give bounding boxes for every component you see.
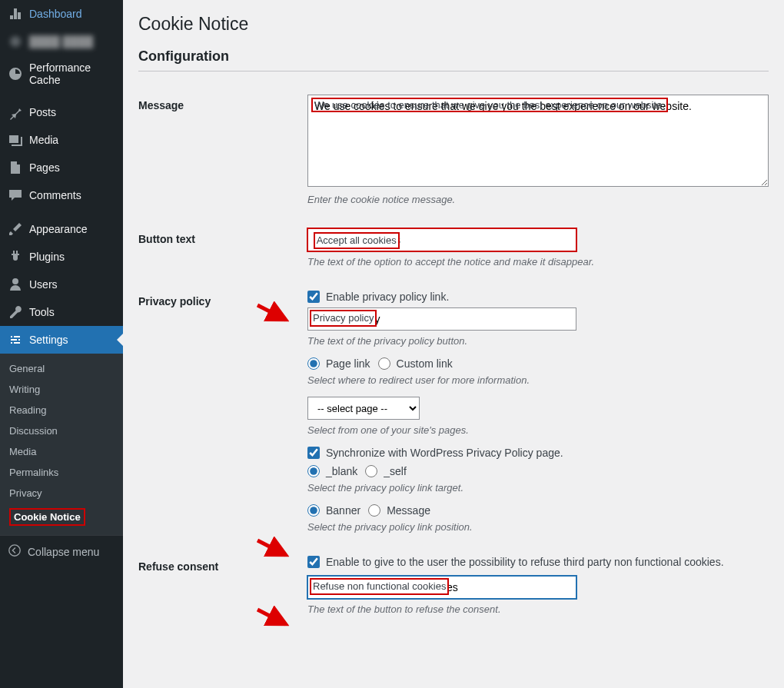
sidebar-label: Dashboard: [29, 8, 82, 20]
sidebar-label: Pages: [29, 161, 60, 174]
comment-icon: [8, 188, 23, 203]
privacy-message-label: Message: [387, 504, 430, 517]
label-privacy: Privacy policy: [138, 291, 307, 543]
sidebar-label: Users: [29, 278, 58, 291]
highlight-privacy-text: Privacy policy: [310, 310, 377, 327]
privacy-self-radio[interactable]: [365, 465, 377, 477]
user-icon: [8, 277, 23, 292]
sidebar-item-appearance[interactable]: Appearance: [0, 215, 123, 243]
desc-redirect: Select where to redirect user for more i…: [307, 374, 769, 386]
label-button-text: Button text: [138, 228, 307, 278]
refuse-enable-label: Enable to give to the user the possibili…: [326, 556, 724, 568]
row-privacy: Privacy policy Enable privacy policy lin…: [138, 291, 769, 543]
divider: [138, 71, 769, 71]
label-refuse: Refuse consent: [138, 556, 307, 626]
refuse-enable-checkbox[interactable]: [307, 556, 320, 568]
wrench-icon: [8, 304, 23, 320]
pages-icon: [8, 160, 23, 175]
sidebar-label: ████ ████: [29, 35, 93, 48]
desc-refuse-text: The text of the button to refuse the con…: [307, 603, 769, 615]
sidebar-label: Posts: [29, 106, 56, 118]
row-message: Message We use cookies to ensure that we…: [138, 95, 769, 216]
message-textarea[interactable]: We use cookies to ensure that we give yo…: [307, 95, 769, 187]
submenu-privacy[interactable]: Privacy: [0, 483, 123, 504]
submenu-writing[interactable]: Writing: [0, 379, 123, 400]
submenu-permalinks[interactable]: Permalinks: [0, 462, 123, 483]
collapse-label: Collapse menu: [28, 546, 99, 558]
sidebar-label: Media: [29, 134, 58, 146]
submenu-general[interactable]: General: [0, 358, 123, 379]
sidebar-item-performance[interactable]: Performance Cache: [0, 55, 123, 92]
privacy-page-select[interactable]: -- select page --: [307, 397, 420, 420]
svg-point-0: [10, 36, 21, 47]
sidebar-item-comments[interactable]: Comments: [0, 181, 123, 209]
privacy-banner-label: Banner: [326, 504, 360, 517]
sidebar-item-settings[interactable]: Settings: [0, 326, 123, 354]
privacy-customlink-radio[interactable]: [378, 357, 390, 370]
svg-point-1: [9, 545, 20, 556]
sidebar-item-users[interactable]: Users: [0, 271, 123, 298]
plug-icon: [8, 249, 23, 264]
media-icon: [8, 132, 23, 148]
page-title: Cookie Notice: [138, 14, 769, 35]
privacy-pagelink-label: Page link: [326, 357, 370, 370]
sidebar-label: Tools: [29, 306, 55, 318]
sidebar-item-plugins[interactable]: Plugins: [0, 243, 123, 271]
gauge-icon: [8, 66, 23, 81]
highlight-refuse-text: Refuse non functional cookies: [310, 578, 449, 595]
row-refuse: Refuse consent Enable to give to the use…: [138, 556, 769, 626]
privacy-sync-label: Synchronize with WordPress Privacy Polic…: [326, 447, 563, 459]
desc-privacy-text: The text of the privacy policy button.: [307, 335, 769, 347]
sidebar-item-posts[interactable]: Posts: [0, 98, 123, 126]
settings-icon: [8, 332, 23, 347]
pin-icon: [8, 105, 23, 120]
dashboard-icon: [8, 6, 23, 22]
main-content: Cookie Notice Configuration Message We u…: [123, 0, 784, 688]
privacy-sync-checkbox[interactable]: [307, 447, 320, 459]
sidebar-item-pages[interactable]: Pages: [0, 154, 123, 181]
privacy-banner-radio[interactable]: [307, 504, 320, 517]
desc-target: Select the privacy policy link target.: [307, 482, 769, 494]
sidebar-item-tools[interactable]: Tools: [0, 298, 123, 326]
highlight-button-text: Accept all cookies: [314, 232, 400, 249]
generic-icon: [8, 34, 23, 49]
section-title: Configuration: [138, 48, 769, 65]
sidebar-item-media[interactable]: Media: [0, 126, 123, 154]
label-message: Message: [138, 95, 307, 216]
privacy-blank-label: _blank: [326, 465, 357, 477]
row-button-text: Button text Accept all cookies The text …: [138, 228, 769, 278]
desc-message: Enter the cookie notice message.: [307, 194, 769, 205]
submenu-discussion[interactable]: Discussion: [0, 420, 123, 441]
submenu-reading[interactable]: Reading: [0, 400, 123, 420]
brush-icon: [8, 221, 23, 237]
sidebar-label: Appearance: [29, 223, 88, 235]
sidebar-item-dashboard[interactable]: Dashboard: [0, 0, 123, 28]
collapse-menu[interactable]: Collapse menu: [0, 535, 123, 567]
sidebar-item-obscured[interactable]: ████ ████: [0, 28, 123, 55]
privacy-enable-label: Enable privacy policy link.: [326, 291, 449, 303]
privacy-customlink-label: Custom link: [397, 357, 453, 370]
sidebar-label: Comments: [29, 189, 81, 201]
collapse-icon: [8, 543, 22, 560]
settings-submenu: General Writing Reading Discussion Media…: [0, 354, 123, 535]
desc-position: Select the privacy policy link position.: [307, 521, 769, 533]
privacy-pagelink-radio[interactable]: [307, 357, 320, 370]
sidebar-label: Settings: [29, 334, 68, 346]
privacy-blank-radio[interactable]: [307, 465, 320, 477]
submenu-media[interactable]: Media: [0, 441, 123, 462]
desc-select-page: Select from one of your site's pages.: [307, 424, 769, 436]
sidebar-label: Plugins: [29, 251, 65, 263]
sidebar-label: Performance Cache: [29, 61, 115, 86]
submenu-cookie-notice[interactable]: Cookie Notice: [0, 504, 123, 530]
privacy-self-label: _self: [384, 465, 407, 477]
desc-button-text: The text of the option to accept the not…: [307, 256, 769, 268]
privacy-enable-checkbox[interactable]: [307, 291, 320, 303]
admin-sidebar: Dashboard ████ ████ Performance Cache Po…: [0, 0, 123, 688]
privacy-message-radio[interactable]: [368, 504, 380, 517]
